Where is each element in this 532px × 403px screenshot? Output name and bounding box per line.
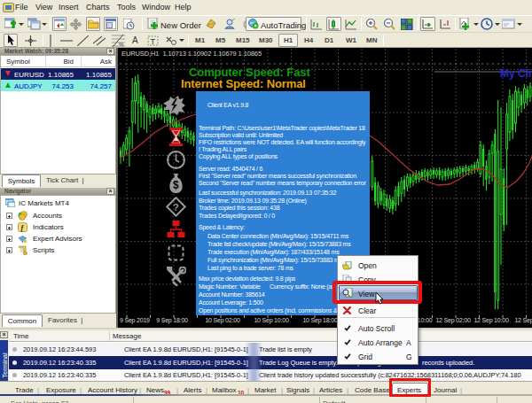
svg-text:T: T xyxy=(151,37,156,46)
svg-text:$: $ xyxy=(173,179,179,191)
svg-text:?: ? xyxy=(173,202,179,213)
